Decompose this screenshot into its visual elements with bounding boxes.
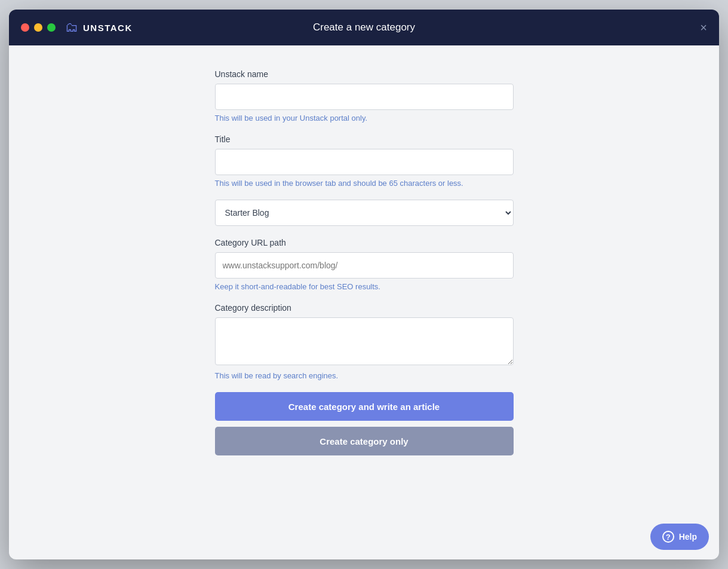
title-label: Title — [215, 134, 514, 144]
close-dialog-button[interactable]: × — [700, 22, 707, 33]
category-url-hint: Keep it short-and-readable for best SEO … — [215, 282, 514, 291]
blog-select[interactable]: Starter Blog — [215, 200, 514, 226]
unstack-name-label: Unstack name — [215, 69, 514, 79]
unstack-name-hint: This will be used in your Unstack portal… — [215, 114, 514, 123]
create-category-and-article-button[interactable]: Create category and write an article — [215, 392, 514, 421]
dialog-content: Unstack name This will be used in your U… — [9, 45, 719, 559]
category-description-label: Category description — [215, 303, 514, 313]
category-description-input[interactable] — [215, 317, 514, 365]
minimize-window-button[interactable] — [34, 23, 42, 32]
create-category-only-button[interactable]: Create category only — [215, 427, 514, 455]
unstack-name-input[interactable] — [215, 84, 514, 110]
title-hint: This will be used in the browser tab and… — [215, 179, 514, 188]
help-icon: ? — [662, 531, 674, 543]
unstack-name-field-group: Unstack name This will be used in your U… — [215, 69, 514, 123]
form: Unstack name This will be used in your U… — [215, 69, 514, 455]
traffic-lights — [21, 23, 56, 32]
category-url-field-group: Category URL path Keep it short-and-read… — [215, 238, 514, 291]
category-url-input[interactable] — [215, 252, 514, 279]
title-field-group: Title This will be used in the browser t… — [215, 134, 514, 188]
category-url-label: Category URL path — [215, 238, 514, 247]
help-label: Help — [679, 532, 697, 542]
close-window-button[interactable] — [21, 23, 29, 32]
dialog-title: Create a new category — [313, 22, 415, 33]
titlebar: 🗂 UNSTACK Create a new category × — [9, 10, 719, 45]
maximize-window-button[interactable] — [47, 23, 56, 32]
category-description-field-group: Category description This will be read b… — [215, 303, 514, 380]
category-description-hint: This will be read by search engines. — [215, 371, 514, 380]
title-input[interactable] — [215, 149, 514, 175]
logo-icon: 🗂 — [65, 20, 78, 35]
app-window: 🗂 UNSTACK Create a new category × Unstac… — [9, 10, 719, 559]
help-button[interactable]: ? Help — [650, 524, 709, 550]
logo-text: UNSTACK — [83, 23, 133, 33]
logo: 🗂 UNSTACK — [65, 20, 133, 35]
